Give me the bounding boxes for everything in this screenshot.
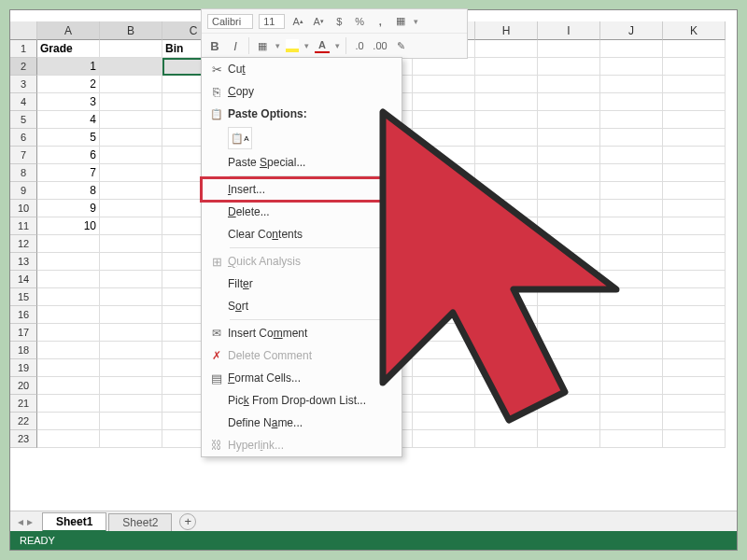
cell[interactable]: 1: [37, 58, 100, 76]
cell[interactable]: [538, 129, 600, 147]
cell[interactable]: [475, 147, 538, 164]
cell[interactable]: 7: [37, 164, 100, 182]
cell[interactable]: [663, 164, 726, 182]
cell[interactable]: [413, 430, 475, 448]
cell[interactable]: [475, 58, 538, 76]
row-header[interactable]: 22: [10, 413, 37, 430]
cell[interactable]: [538, 182, 600, 200]
cell[interactable]: [538, 93, 600, 111]
cell[interactable]: [100, 359, 162, 377]
cell[interactable]: [663, 377, 726, 395]
cell[interactable]: [600, 253, 663, 271]
cell[interactable]: [100, 342, 162, 359]
cell[interactable]: [37, 235, 100, 253]
cell[interactable]: [100, 306, 162, 324]
cell[interactable]: [475, 430, 538, 448]
cell[interactable]: [538, 235, 600, 253]
menu-paste-special[interactable]: Paste Special...: [202, 151, 402, 174]
decrease-decimal-icon[interactable]: .0: [352, 38, 367, 53]
cell[interactable]: [413, 164, 475, 182]
cell[interactable]: [413, 93, 475, 111]
cell[interactable]: [475, 200, 538, 217]
comma-icon[interactable]: ,: [373, 14, 388, 29]
cell[interactable]: [413, 324, 475, 342]
italic-button[interactable]: I: [228, 38, 243, 53]
menu-insert-comment[interactable]: Insert Comment: [202, 322, 402, 344]
cell[interactable]: [37, 430, 100, 448]
cell[interactable]: [538, 430, 600, 448]
cell[interactable]: [538, 288, 600, 306]
cell[interactable]: [100, 430, 162, 448]
cell[interactable]: [600, 182, 663, 200]
col-header-J[interactable]: J: [600, 21, 663, 40]
cell[interactable]: [663, 235, 726, 253]
menu-cut[interactable]: Cut: [202, 58, 402, 80]
sheet-tab-1[interactable]: Sheet1: [42, 512, 106, 532]
cell[interactable]: [600, 217, 663, 235]
cell[interactable]: [600, 129, 663, 147]
fill-color-icon[interactable]: [286, 39, 299, 52]
cell[interactable]: [538, 342, 600, 359]
cell[interactable]: [600, 430, 663, 448]
format-painter-icon[interactable]: ✎: [393, 38, 408, 53]
decrease-font-icon[interactable]: A▾: [311, 14, 326, 29]
row-header[interactable]: 8: [10, 164, 37, 182]
cell[interactable]: [475, 359, 538, 377]
cell[interactable]: [100, 129, 162, 147]
cell[interactable]: [600, 288, 663, 306]
cell[interactable]: [37, 377, 100, 395]
row-header[interactable]: 3: [10, 76, 37, 93]
paste-default-button[interactable]: A: [228, 127, 252, 149]
cell[interactable]: [413, 217, 475, 235]
cell[interactable]: [663, 413, 726, 430]
select-all-corner[interactable]: [10, 21, 37, 40]
cell[interactable]: [663, 76, 726, 93]
cell[interactable]: [413, 58, 475, 76]
row-header[interactable]: 20: [10, 377, 37, 395]
cell[interactable]: [413, 359, 475, 377]
cell[interactable]: [663, 111, 726, 129]
cell[interactable]: [37, 413, 100, 430]
cell[interactable]: [600, 164, 663, 182]
menu-sort[interactable]: Sort ▶: [202, 295, 402, 317]
cell[interactable]: [600, 306, 663, 324]
cell[interactable]: [600, 377, 663, 395]
cell[interactable]: [100, 147, 162, 164]
cell[interactable]: [538, 306, 600, 324]
cell[interactable]: [37, 324, 100, 342]
cell[interactable]: [663, 147, 726, 164]
add-sheet-button[interactable]: +: [179, 513, 196, 530]
cell[interactable]: [413, 182, 475, 200]
cell[interactable]: [600, 40, 663, 58]
cell[interactable]: [100, 217, 162, 235]
bold-button[interactable]: B: [207, 38, 222, 53]
cell[interactable]: [413, 288, 475, 306]
cell[interactable]: [100, 288, 162, 306]
cell[interactable]: [538, 58, 600, 76]
cell[interactable]: [538, 147, 600, 164]
menu-copy[interactable]: Copy: [202, 80, 402, 103]
cell[interactable]: [475, 253, 538, 271]
menu-pick-list[interactable]: Pick From Drop-down List...: [202, 389, 402, 412]
cell[interactable]: [37, 288, 100, 306]
cell[interactable]: [37, 306, 100, 324]
row-header[interactable]: 1: [10, 40, 37, 58]
cell[interactable]: [663, 182, 726, 200]
cell[interactable]: [663, 93, 726, 111]
cell[interactable]: [663, 253, 726, 271]
col-header-A[interactable]: A: [37, 21, 100, 40]
cell[interactable]: [663, 288, 726, 306]
cell[interactable]: [37, 271, 100, 288]
cell[interactable]: [475, 164, 538, 182]
cell[interactable]: [413, 306, 475, 324]
cell[interactable]: [600, 200, 663, 217]
col-header-H[interactable]: H: [475, 21, 538, 40]
row-header[interactable]: 9: [10, 182, 37, 200]
cell[interactable]: [600, 235, 663, 253]
row-header[interactable]: 2: [10, 58, 37, 76]
cell[interactable]: [663, 342, 726, 359]
col-header-K[interactable]: K: [663, 21, 726, 40]
cell[interactable]: [100, 235, 162, 253]
cell[interactable]: [538, 377, 600, 395]
row-header[interactable]: 13: [10, 253, 37, 271]
